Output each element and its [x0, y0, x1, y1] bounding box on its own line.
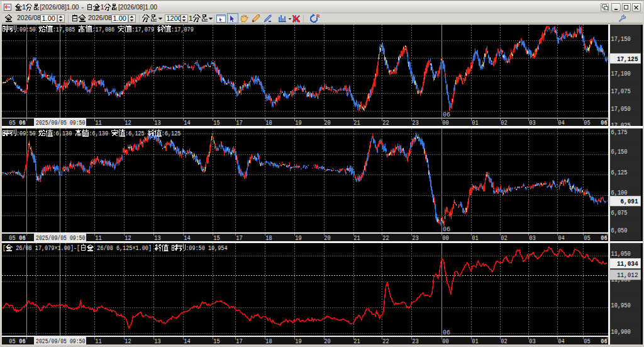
svg-text::6,125: :6,125 [162, 130, 181, 137]
svg-text:1.00: 1.00 [113, 14, 126, 22]
svg-text:12: 12 [125, 234, 131, 242]
svg-text:11: 11 [95, 338, 102, 345]
svg-text:2025/09/05 09:50: 2025/09/05 09:50 [36, 234, 85, 242]
svg-text:19: 19 [295, 338, 301, 345]
svg-text:11,034: 11,034 [617, 259, 638, 268]
svg-text:17,075: 17,075 [611, 88, 631, 95]
svg-text::17,079: :17,079 [171, 26, 194, 33]
svg-text:05: 05 [9, 234, 15, 242]
svg-text:19: 19 [295, 119, 301, 127]
svg-text:04: 04 [558, 338, 565, 345]
svg-text:13: 13 [154, 119, 160, 127]
svg-text:1: 1 [22, 3, 26, 11]
svg-text:12: 12 [125, 119, 131, 127]
svg-text:22: 22 [382, 234, 389, 242]
svg-text:14: 14 [184, 119, 191, 127]
svg-text:18: 18 [265, 234, 272, 242]
svg-text:21: 21 [353, 234, 360, 242]
svg-text:21: 21 [353, 119, 360, 127]
svg-text:02: 02 [501, 119, 507, 127]
svg-text:11: 11 [95, 234, 102, 242]
svg-text::09:50: :09:50 [16, 26, 36, 33]
svg-text:23: 23 [412, 338, 418, 345]
svg-text::09:50: :09:50 [16, 130, 36, 137]
svg-text:23: 23 [412, 119, 418, 127]
svg-text:06: 06 [601, 338, 607, 345]
svg-text::6,130: :6,130 [89, 130, 108, 137]
svg-text:26/08 6,125: 26/08 6,125 [97, 245, 132, 252]
svg-text:2026/08: 2026/08 [88, 14, 112, 21]
svg-text::17,079: :17,079 [131, 26, 154, 33]
svg-text::17,085: :17,085 [53, 26, 75, 33]
svg-text:18: 18 [265, 338, 272, 345]
svg-text:00: 00 [442, 234, 448, 242]
svg-text:[: [ [3, 245, 6, 252]
svg-text:1: 1 [101, 3, 104, 11]
svg-text:26/08 17,079: 26/08 17,079 [16, 245, 54, 252]
svg-text:10,900: 10,900 [611, 328, 631, 336]
svg-text:-: - [82, 3, 84, 11]
svg-text:R: R [316, 13, 320, 19]
svg-text:06: 06 [443, 111, 450, 118]
svg-text:05: 05 [584, 338, 590, 345]
svg-text:03: 03 [529, 234, 535, 242]
svg-text:15: 15 [213, 338, 219, 345]
svg-text:03: 03 [529, 338, 535, 345]
svg-text:02: 02 [501, 234, 507, 242]
svg-text:1.00: 1.00 [42, 14, 55, 22]
svg-text:10,950: 10,950 [611, 302, 631, 309]
svg-text:20: 20 [324, 338, 330, 345]
svg-text:06: 06 [443, 226, 450, 233]
svg-text:13: 13 [154, 234, 160, 242]
svg-text:2025/09/05 09:50: 2025/09/05 09:50 [36, 338, 85, 345]
svg-text::6,130: :6,130 [53, 130, 72, 137]
svg-text:15: 15 [213, 234, 219, 242]
svg-text:06: 06 [601, 119, 607, 127]
svg-text:[2026/08]1.00: [2026/08]1.00 [40, 3, 79, 11]
svg-text::17,086: :17,086 [92, 26, 115, 33]
svg-text:15: 15 [213, 119, 219, 127]
svg-text:17: 17 [236, 119, 242, 127]
svg-text:06: 06 [19, 338, 25, 345]
svg-text:1.00]-[: 1.00]-[ [58, 245, 80, 252]
svg-text:05: 05 [9, 338, 15, 345]
svg-text:17,125: 17,125 [617, 55, 638, 63]
svg-text:00: 00 [442, 119, 448, 127]
svg-text:22: 22 [382, 338, 389, 345]
svg-text:01: 01 [472, 338, 479, 345]
svg-text:20: 20 [324, 234, 330, 242]
svg-text:11,050: 11,050 [611, 250, 631, 258]
svg-text:17: 17 [236, 338, 242, 345]
svg-text:17,150: 17,150 [611, 35, 631, 43]
svg-text:05: 05 [584, 234, 590, 242]
svg-text:13: 13 [154, 338, 160, 345]
svg-text:18: 18 [265, 119, 272, 127]
svg-text:6,150: 6,150 [611, 148, 628, 156]
svg-text:00: 00 [442, 338, 448, 345]
svg-text:6,125: 6,125 [611, 169, 628, 176]
svg-text::09:50 10,954: :09:50 10,954 [186, 245, 227, 252]
svg-text:[2026/08]1.00: [2026/08]1.00 [118, 3, 157, 11]
svg-text:2025/09/05 09:50: 2025/09/05 09:50 [36, 119, 85, 127]
svg-text:02: 02 [501, 338, 507, 345]
svg-text:20: 20 [324, 119, 330, 127]
svg-text:14: 14 [184, 338, 191, 345]
svg-text:01: 01 [472, 119, 479, 127]
svg-text:21: 21 [353, 338, 360, 345]
svg-text:17,050: 17,050 [611, 105, 631, 113]
svg-text:17,100: 17,100 [611, 70, 631, 77]
svg-text::6,125: :6,125 [125, 130, 145, 137]
svg-text:05: 05 [9, 119, 15, 127]
svg-text:01: 01 [472, 234, 479, 242]
svg-text:1.00]: 1.00] [136, 245, 152, 252]
svg-text:1: 1 [189, 14, 192, 22]
svg-text:06: 06 [601, 234, 607, 242]
svg-text:6,075: 6,075 [611, 209, 628, 217]
svg-text:06: 06 [19, 119, 25, 127]
svg-text:6,175: 6,175 [611, 128, 628, 136]
svg-text:12: 12 [125, 338, 131, 345]
svg-text:19: 19 [295, 234, 301, 242]
svg-text:6,050: 6,050 [611, 227, 628, 234]
svg-text:03: 03 [529, 119, 535, 127]
svg-text:23: 23 [412, 234, 418, 242]
